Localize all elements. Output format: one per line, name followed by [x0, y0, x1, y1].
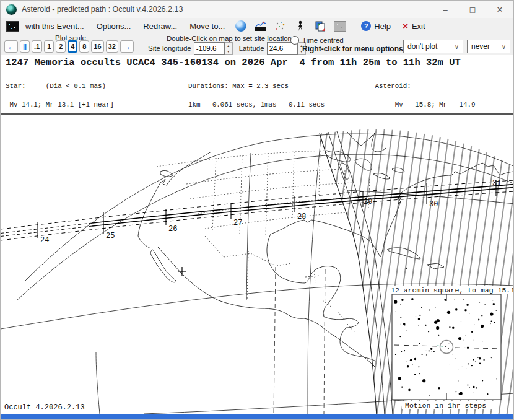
- finder-chart-inset: 12 arcmin square, to mag 15.1 Motion in …: [388, 286, 514, 409]
- inset-caption: Motion in 1hr steps: [405, 401, 486, 409]
- minimize-button[interactable]: –: [432, 1, 459, 18]
- scale-button-2[interactable]: 2: [56, 40, 66, 53]
- scale-button-4[interactable]: 4: [68, 40, 77, 53]
- doubleclick-hint: Double-Click on map to set site location: [167, 35, 292, 42]
- menu-bar: with this Event... Options... Redraw... …: [1, 18, 513, 34]
- svg-text:27: 27: [233, 219, 242, 227]
- inset-title: 12 arcmin square, to mag 15.1: [391, 286, 514, 294]
- svg-text:28: 28: [297, 212, 306, 221]
- menu-redraw[interactable]: Redraw...: [137, 20, 183, 33]
- svg-text:30: 30: [429, 200, 438, 209]
- control-bar: Plot scale ← || .1 1 2 4 8 16 32 → Doubl…: [1, 34, 513, 55]
- close-button[interactable]: ✕: [486, 1, 513, 18]
- google-earth-icon[interactable]: [235, 20, 247, 32]
- never-dropdown[interactable]: never ∨: [467, 40, 510, 53]
- plot-scale-buttons: ← || .1 1 2 4 8 16 32 →: [4, 40, 134, 53]
- finder-chart-box: [392, 294, 501, 400]
- time-centred-radio[interactable]: [290, 36, 299, 45]
- scale-button-8[interactable]: 8: [79, 40, 89, 53]
- image-disabled-icon[interactable]: [334, 20, 346, 32]
- chevron-down-icon: ∨: [455, 43, 459, 50]
- scale-button-1[interactable]: 1: [44, 40, 54, 53]
- window-controls: – ◻ ✕: [432, 1, 513, 18]
- starfield-icon[interactable]: [274, 20, 287, 32]
- site-longitude-label: Site longitude: [148, 45, 191, 52]
- menu-options[interactable]: Options...: [90, 20, 137, 33]
- scale-button-16[interactable]: 16: [91, 40, 103, 53]
- longitude-spinner[interactable]: ▲▼: [225, 42, 233, 55]
- time-centred-option[interactable]: Time centred: [290, 36, 344, 45]
- plot-chart-icon[interactable]: [255, 20, 267, 32]
- map-canvas[interactable]: 24 25 26 27 28 29 30 31 12 arcmin square…: [1, 115, 514, 416]
- svg-text:29: 29: [364, 198, 372, 206]
- help-icon: ?: [361, 21, 371, 31]
- spin-down-icon[interactable]: ▼: [225, 48, 232, 54]
- exit-button[interactable]: ✕ Exit: [402, 22, 425, 31]
- title-bar: Asteroid - predicted path : Occult v.4.2…: [1, 1, 513, 18]
- time-centred-label: Time centred: [302, 37, 344, 44]
- map-version-label: Occult 4.2026.2.13: [4, 403, 85, 412]
- observer-icon[interactable]: [294, 20, 307, 32]
- map-area: 24 25 26 27 28 29 30 31 12 arcmin square…: [1, 115, 514, 416]
- event-headline: 1247 Memoria occults UCAC4 345-160134 on…: [6, 57, 461, 68]
- window-title: Asteroid - predicted path : Occult v.4.2…: [22, 5, 183, 14]
- chevron-down-icon: ∨: [502, 43, 506, 50]
- scale-button-0.1[interactable]: .1: [32, 40, 42, 53]
- step-back-button[interactable]: ←: [4, 40, 18, 53]
- exit-icon: ✕: [402, 22, 409, 31]
- site-coordinate-fields: Site longitude ▲▼ Latitude ▲▼: [148, 42, 306, 55]
- app-globe-icon: [6, 4, 17, 15]
- event-chart-icon: [6, 21, 19, 32]
- latitude-label: Latitude: [239, 45, 264, 52]
- svg-text:31: 31: [492, 179, 501, 188]
- copy-pages-icon[interactable]: [314, 20, 326, 32]
- taskbar-edge: [1, 414, 513, 419]
- help-button[interactable]: ? Help: [361, 21, 391, 31]
- maximize-button[interactable]: ◻: [459, 1, 486, 18]
- event-summary-panel: 1247 Memoria occults UCAC4 345-160134 on…: [1, 55, 513, 115]
- plot-mode-dropdown[interactable]: don't plot ∨: [403, 40, 463, 53]
- scale-button-32[interactable]: 32: [106, 40, 118, 53]
- app-window: Asteroid - predicted path : Occult v.4.2…: [0, 0, 514, 420]
- site-longitude-input[interactable]: [194, 42, 225, 55]
- menu-with-this-event[interactable]: with this Event...: [19, 20, 90, 33]
- svg-text:24: 24: [40, 236, 49, 245]
- menu-move-to[interactable]: Move to...: [183, 20, 231, 33]
- svg-text:25: 25: [106, 232, 115, 240]
- step-forward-button[interactable]: →: [120, 40, 134, 53]
- svg-text:26: 26: [168, 225, 177, 234]
- spin-up-icon[interactable]: ▲: [225, 43, 232, 48]
- rightclick-hint: Right-click for menu options: [302, 45, 403, 53]
- pause-button[interactable]: ||: [20, 40, 30, 53]
